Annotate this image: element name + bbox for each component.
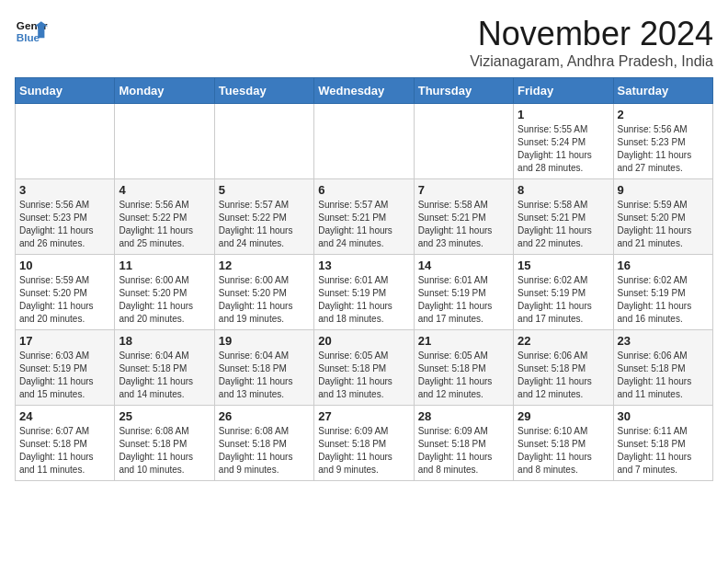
calendar-cell: 19Sunrise: 6:04 AM Sunset: 5:18 PM Dayli… [214, 330, 313, 406]
day-info: Sunrise: 6:01 AM Sunset: 5:19 PM Dayligh… [318, 274, 409, 326]
calendar-cell: 4Sunrise: 5:56 AM Sunset: 5:22 PM Daylig… [115, 179, 214, 255]
day-info: Sunrise: 6:00 AM Sunset: 5:20 PM Dayligh… [119, 274, 210, 326]
day-info: Sunrise: 5:57 AM Sunset: 5:22 PM Dayligh… [219, 199, 310, 250]
calendar-cell: 30Sunrise: 6:11 AM Sunset: 5:18 PM Dayli… [613, 406, 712, 481]
calendar-cell: 6Sunrise: 5:57 AM Sunset: 5:21 PM Daylig… [314, 179, 414, 255]
calendar-cell: 15Sunrise: 6:02 AM Sunset: 5:19 PM Dayli… [514, 255, 613, 330]
day-info: Sunrise: 6:00 AM Sunset: 5:20 PM Dayligh… [219, 274, 310, 326]
day-info: Sunrise: 6:09 AM Sunset: 5:18 PM Dayligh… [318, 425, 409, 477]
day-number: 9 [618, 183, 709, 197]
day-info: Sunrise: 5:56 AM Sunset: 5:22 PM Dayligh… [119, 199, 210, 250]
calendar-cell: 20Sunrise: 6:05 AM Sunset: 5:18 PM Dayli… [314, 330, 414, 406]
calendar-cell: 2Sunrise: 5:56 AM Sunset: 5:23 PM Daylig… [613, 104, 712, 179]
day-info: Sunrise: 5:59 AM Sunset: 5:20 PM Dayligh… [618, 199, 709, 250]
svg-text:Blue: Blue [17, 31, 40, 43]
day-info: Sunrise: 5:59 AM Sunset: 5:20 PM Dayligh… [19, 274, 110, 326]
calendar-cell [115, 104, 214, 179]
calendar-cell: 16Sunrise: 6:02 AM Sunset: 5:19 PM Dayli… [613, 255, 712, 330]
calendar-week-3: 10Sunrise: 5:59 AM Sunset: 5:20 PM Dayli… [16, 255, 713, 330]
day-number: 28 [418, 409, 509, 423]
day-info: Sunrise: 6:08 AM Sunset: 5:18 PM Dayligh… [119, 425, 210, 477]
calendar-cell: 17Sunrise: 6:03 AM Sunset: 5:19 PM Dayli… [16, 330, 115, 406]
day-number: 24 [19, 409, 110, 423]
weekday-header-saturday: Saturday [613, 78, 712, 104]
day-info: Sunrise: 6:04 AM Sunset: 5:18 PM Dayligh… [219, 350, 310, 401]
calendar-week-2: 3Sunrise: 5:56 AM Sunset: 5:23 PM Daylig… [16, 179, 713, 255]
day-number: 14 [418, 259, 509, 272]
calendar-week-5: 24Sunrise: 6:07 AM Sunset: 5:18 PM Dayli… [16, 406, 713, 481]
calendar-cell: 11Sunrise: 6:00 AM Sunset: 5:20 PM Dayli… [115, 255, 214, 330]
day-info: Sunrise: 5:55 AM Sunset: 5:24 PM Dayligh… [518, 123, 609, 175]
page-header: General Blue November 2024 Vizianagaram,… [15, 15, 713, 70]
logo: General Blue [15, 15, 48, 48]
day-number: 2 [618, 108, 709, 121]
title-block: November 2024 Vizianagaram, Andhra Prade… [470, 15, 713, 70]
calendar-cell [16, 104, 115, 179]
day-number: 5 [219, 183, 310, 197]
day-info: Sunrise: 6:11 AM Sunset: 5:18 PM Dayligh… [618, 425, 709, 477]
calendar-cell: 3Sunrise: 5:56 AM Sunset: 5:23 PM Daylig… [16, 179, 115, 255]
calendar-cell: 10Sunrise: 5:59 AM Sunset: 5:20 PM Dayli… [16, 255, 115, 330]
day-number: 7 [418, 183, 509, 197]
day-info: Sunrise: 6:02 AM Sunset: 5:19 PM Dayligh… [618, 274, 709, 326]
day-number: 27 [318, 409, 409, 423]
day-number: 29 [518, 409, 609, 423]
calendar-cell: 12Sunrise: 6:00 AM Sunset: 5:20 PM Dayli… [214, 255, 313, 330]
day-number: 13 [318, 259, 409, 272]
calendar-week-4: 17Sunrise: 6:03 AM Sunset: 5:19 PM Dayli… [16, 330, 713, 406]
calendar-cell: 24Sunrise: 6:07 AM Sunset: 5:18 PM Dayli… [16, 406, 115, 481]
calendar-cell: 8Sunrise: 5:58 AM Sunset: 5:21 PM Daylig… [514, 179, 613, 255]
day-number: 16 [618, 259, 709, 272]
calendar-cell: 21Sunrise: 6:05 AM Sunset: 5:18 PM Dayli… [414, 330, 513, 406]
day-number: 6 [318, 183, 409, 197]
day-number: 30 [618, 409, 709, 423]
day-info: Sunrise: 6:01 AM Sunset: 5:19 PM Dayligh… [418, 274, 509, 326]
day-number: 11 [119, 259, 210, 272]
weekday-header-sunday: Sunday [16, 78, 115, 104]
day-info: Sunrise: 6:09 AM Sunset: 5:18 PM Dayligh… [418, 425, 509, 477]
calendar-week-1: 1Sunrise: 5:55 AM Sunset: 5:24 PM Daylig… [16, 104, 713, 179]
day-info: Sunrise: 6:03 AM Sunset: 5:19 PM Dayligh… [19, 350, 110, 401]
location: Vizianagaram, Andhra Pradesh, India [470, 53, 713, 70]
day-number: 10 [19, 259, 110, 272]
day-number: 12 [219, 259, 310, 272]
calendar-cell [214, 104, 313, 179]
day-info: Sunrise: 6:06 AM Sunset: 5:18 PM Dayligh… [518, 350, 609, 401]
day-info: Sunrise: 6:07 AM Sunset: 5:18 PM Dayligh… [19, 425, 110, 477]
calendar-cell: 26Sunrise: 6:08 AM Sunset: 5:18 PM Dayli… [214, 406, 313, 481]
calendar-cell [414, 104, 513, 179]
day-number: 26 [219, 409, 310, 423]
day-info: Sunrise: 6:08 AM Sunset: 5:18 PM Dayligh… [219, 425, 310, 477]
day-info: Sunrise: 6:04 AM Sunset: 5:18 PM Dayligh… [119, 350, 210, 401]
calendar-cell: 13Sunrise: 6:01 AM Sunset: 5:19 PM Dayli… [314, 255, 414, 330]
day-number: 17 [19, 334, 110, 348]
day-info: Sunrise: 6:05 AM Sunset: 5:18 PM Dayligh… [318, 350, 409, 401]
calendar-cell: 27Sunrise: 6:09 AM Sunset: 5:18 PM Dayli… [314, 406, 414, 481]
calendar-cell: 29Sunrise: 6:10 AM Sunset: 5:18 PM Dayli… [514, 406, 613, 481]
weekday-header-friday: Friday [514, 78, 613, 104]
day-info: Sunrise: 5:56 AM Sunset: 5:23 PM Dayligh… [618, 123, 709, 175]
weekday-header-monday: Monday [115, 78, 214, 104]
day-info: Sunrise: 6:02 AM Sunset: 5:19 PM Dayligh… [518, 274, 609, 326]
day-number: 18 [119, 334, 210, 348]
calendar-cell: 1Sunrise: 5:55 AM Sunset: 5:24 PM Daylig… [514, 104, 613, 179]
day-number: 22 [518, 334, 609, 348]
day-number: 20 [318, 334, 409, 348]
weekday-header-thursday: Thursday [414, 78, 513, 104]
day-number: 1 [518, 108, 609, 121]
day-number: 3 [19, 183, 110, 197]
day-info: Sunrise: 5:57 AM Sunset: 5:21 PM Dayligh… [318, 199, 409, 250]
day-number: 4 [119, 183, 210, 197]
calendar-cell: 22Sunrise: 6:06 AM Sunset: 5:18 PM Dayli… [514, 330, 613, 406]
day-info: Sunrise: 5:58 AM Sunset: 5:21 PM Dayligh… [418, 199, 509, 250]
calendar-table: SundayMondayTuesdayWednesdayThursdayFrid… [15, 77, 713, 481]
day-info: Sunrise: 6:05 AM Sunset: 5:18 PM Dayligh… [418, 350, 509, 401]
calendar-cell [314, 104, 414, 179]
weekday-header-wednesday: Wednesday [314, 78, 414, 104]
day-info: Sunrise: 6:10 AM Sunset: 5:18 PM Dayligh… [518, 425, 609, 477]
weekday-header-tuesday: Tuesday [214, 78, 313, 104]
day-number: 8 [518, 183, 609, 197]
calendar-cell: 18Sunrise: 6:04 AM Sunset: 5:18 PM Dayli… [115, 330, 214, 406]
day-number: 23 [618, 334, 709, 348]
day-info: Sunrise: 6:06 AM Sunset: 5:18 PM Dayligh… [618, 350, 709, 401]
